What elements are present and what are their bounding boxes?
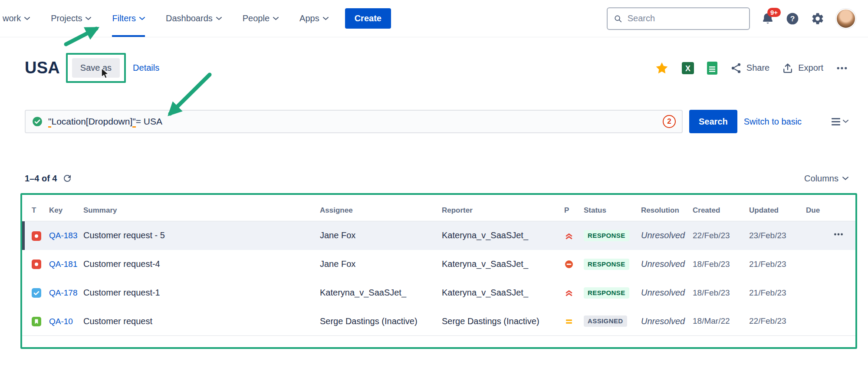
share-button[interactable]: Share [730, 62, 769, 74]
col-header-resolution[interactable]: Resolution [641, 195, 693, 221]
issue-key-link[interactable]: QA-10 [49, 317, 73, 326]
columns-dropdown[interactable]: Columns [804, 174, 848, 184]
switch-to-basic-link[interactable]: Switch to basic [744, 117, 802, 127]
global-search-input[interactable] [627, 13, 743, 24]
chevron-down-icon [85, 17, 91, 20]
nav-item-label: People [243, 13, 270, 23]
nav-item-label: Filters [112, 13, 135, 23]
google-sheets-icon [707, 61, 718, 75]
help-button[interactable]: ? [786, 12, 799, 26]
nav-item-label: Dashboards [166, 13, 213, 23]
table-row[interactable]: QA-183 Customer request - 5 Jane Fox Kat… [22, 221, 855, 250]
status-badge[interactable]: RESPONSE [584, 230, 629, 241]
chevron-down-icon [842, 177, 848, 181]
excel-icon: X [681, 62, 694, 75]
task-icon [32, 288, 41, 298]
issue-due [806, 307, 833, 336]
table-row[interactable]: QA-181 Customer request-4 Jane Fox Kater… [22, 250, 855, 279]
col-header-assignee[interactable]: Assignee [320, 195, 442, 221]
issue-due [806, 221, 833, 250]
chevron-down-icon [273, 17, 279, 20]
issue-updated: 21/Feb/23 [749, 279, 806, 307]
jql-operator-value: = USA [136, 116, 162, 126]
priority-highest-icon [564, 288, 574, 298]
col-header-created[interactable]: Created [693, 195, 749, 221]
nav-item-dashboards[interactable]: Dashboards [166, 0, 222, 37]
issue-summary[interactable]: Customer request [83, 307, 320, 336]
issue-resolution: Unresolved [641, 279, 693, 307]
create-button[interactable]: Create [345, 8, 391, 29]
issue-reporter: Kateryna_v_SaaSJet_ [442, 221, 564, 250]
row-actions-button[interactable] [833, 229, 844, 240]
settings-button[interactable] [811, 12, 825, 26]
issue-key-link[interactable]: QA-178 [49, 288, 77, 297]
primary-nav: work Projects Filters Dashboards People … [3, 0, 329, 37]
col-header-key[interactable]: Key [49, 195, 83, 221]
col-header-updated[interactable]: Updated [749, 195, 806, 221]
jql-query-input[interactable]: "Location[Dropdown]"= USA 2 [25, 110, 683, 133]
details-link[interactable]: Details [133, 63, 159, 73]
save-as-button[interactable]: Save as [72, 58, 120, 78]
col-header-reporter[interactable]: Reporter [442, 195, 564, 221]
col-header-priority[interactable]: P [564, 195, 584, 221]
issue-resolution: Unresolved [641, 221, 693, 250]
col-header-type[interactable]: T [22, 195, 49, 221]
nav-item-label: Apps [299, 13, 319, 23]
jql-query-text: "Location[Dropdown]"= USA [48, 116, 162, 127]
nav-item-apps[interactable]: Apps [299, 0, 329, 37]
chevron-down-icon [843, 120, 848, 123]
global-search[interactable] [607, 7, 750, 30]
more-options-button[interactable] [835, 62, 848, 75]
export-excel-button[interactable]: X [681, 62, 694, 75]
col-header-summary[interactable]: Summary [83, 195, 320, 221]
star-icon [654, 61, 669, 76]
favorite-star-button[interactable] [654, 61, 669, 76]
issue-created: 18/Mar/22 [693, 307, 749, 336]
chevron-down-icon [323, 17, 329, 20]
table-row[interactable]: QA-178 Customer request-1 Kateryna_v_Saa… [22, 279, 855, 307]
user-avatar[interactable] [836, 9, 856, 29]
col-header-due[interactable]: Due [806, 195, 833, 221]
refresh-button[interactable] [62, 173, 72, 184]
col-header-actions [833, 195, 855, 221]
issue-resolution: Unresolved [641, 250, 693, 279]
status-badge[interactable]: RESPONSE [584, 287, 629, 299]
export-google-sheets-button[interactable] [707, 61, 718, 75]
nav-item-work[interactable]: work [3, 0, 30, 37]
svg-text:X: X [685, 64, 690, 72]
jql-annotation-badge[interactable]: 2 [663, 115, 676, 128]
issue-summary[interactable]: Customer request-1 [83, 279, 320, 307]
priority-highest-icon [564, 231, 574, 241]
status-badge[interactable]: ASSIGNED [584, 315, 627, 327]
jql-search-row: "Location[Dropdown]"= USA 2 Search Switc… [25, 110, 848, 133]
issue-key-link[interactable]: QA-181 [49, 260, 77, 269]
table-row[interactable]: QA-10 Customer request Serge Dastings (I… [22, 307, 855, 336]
issue-summary[interactable]: Customer request - 5 [83, 221, 320, 250]
issue-assignee: Jane Fox [320, 221, 442, 250]
nav-item-filters[interactable]: Filters [112, 0, 145, 37]
search-button[interactable]: Search [689, 110, 737, 133]
issue-assignee: Kateryna_v_SaaSJet_ [320, 279, 442, 307]
saveas-highlight-box: Save as [66, 53, 126, 83]
filter-actions: X Share Export [654, 61, 848, 76]
share-icon [730, 62, 742, 74]
export-button[interactable]: Export [782, 62, 823, 74]
top-navigation-bar: work Projects Filters Dashboards People … [0, 0, 868, 37]
jql-options-button[interactable] [832, 118, 848, 125]
chevron-down-icon [24, 17, 30, 20]
page-title: USA [25, 59, 60, 77]
issue-summary[interactable]: Customer request-4 [83, 250, 320, 279]
notifications-button[interactable]: 9+ [761, 12, 774, 25]
jql-field: Location[Dropdown] [51, 116, 132, 126]
issue-updated: 22/Feb/23 [749, 307, 806, 336]
nav-item-projects[interactable]: Projects [51, 0, 91, 37]
chevron-down-icon [216, 17, 222, 20]
results-toolbar: 1–4 of 4 Columns [25, 173, 848, 184]
status-badge[interactable]: RESPONSE [584, 259, 629, 270]
notifications-badge: 9+ [767, 8, 781, 17]
issue-key-link[interactable]: QA-183 [49, 231, 77, 240]
issue-reporter: Serge Dastings (Inactive) [442, 307, 564, 336]
nav-item-people[interactable]: People [243, 0, 279, 37]
col-header-status[interactable]: Status [584, 195, 641, 221]
columns-label: Columns [804, 174, 838, 184]
